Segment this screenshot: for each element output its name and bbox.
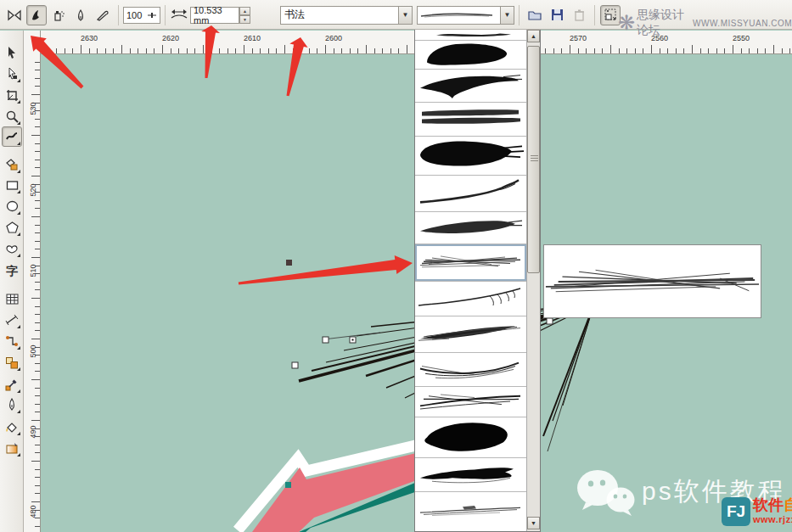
list-item-thin-stroke[interactable] (415, 30, 526, 41)
list-item-crossing-lines-stroke[interactable] (415, 387, 526, 418)
stroke-shape-dropdown[interactable]: ▼ (417, 6, 514, 25)
stroke-category-dropdown[interactable]: 书法 ▼ (280, 6, 413, 25)
scroll-up-icon[interactable]: ▲ (527, 30, 540, 42)
vertical-ruler: 530 520 510 500 490 480 (24, 31, 41, 532)
eyedropper-icon (5, 378, 19, 391)
list-item-swoosh-stroke[interactable] (415, 176, 526, 212)
stroke-width-icon (170, 8, 188, 23)
list-item-diamond-blob-stroke[interactable] (415, 417, 526, 458)
dimension-tool[interactable] (3, 311, 21, 329)
toolbox: 字 (0, 31, 24, 532)
category-value: 书法 (281, 8, 305, 22)
shape-node-icon (6, 67, 18, 81)
brush-stroke-icon (30, 8, 43, 22)
calligraphic-nib-icon (74, 8, 87, 22)
ruler-label: 480 (29, 503, 37, 520)
wechat-icon (574, 465, 635, 518)
connector-tool[interactable] (3, 332, 21, 350)
list-item-thick-taper-stroke[interactable] (415, 212, 526, 244)
ellipse-icon (6, 200, 19, 212)
connector-icon (5, 335, 19, 347)
sprayer-mode-button[interactable] (48, 5, 69, 25)
text-tool-glyph: 字 (6, 264, 18, 279)
list-item-sketch-line-stroke[interactable] (415, 492, 526, 531)
list-item-layered-stroke[interactable] (415, 316, 526, 353)
delete-button[interactable] (569, 5, 589, 25)
forum-name: 思缘设计论坛 (637, 8, 688, 38)
ruler-label: 500 (29, 343, 37, 360)
pick-cursor-icon (6, 46, 18, 59)
color-eyedropper-tool[interactable] (3, 375, 21, 394)
toolbar-separator (594, 5, 595, 25)
blend-tool[interactable] (3, 353, 21, 372)
preset-bowtie-icon (7, 9, 22, 21)
list-item-wing-stroke[interactable] (415, 70, 526, 103)
toolbar-separator (165, 5, 166, 25)
fill-tool[interactable] (3, 417, 21, 436)
save-button[interactable] (547, 5, 567, 25)
ruler-label: 2620 (162, 34, 179, 42)
magnifier-icon (6, 110, 19, 123)
site-logo-watermark: FJ 软件自学网 www.rjzxw.com (722, 497, 792, 526)
list-item-double-bar-stroke[interactable] (415, 103, 526, 137)
zoom-tool[interactable] (3, 107, 21, 126)
sprayer-icon (52, 8, 65, 22)
brush-mode-button[interactable] (26, 5, 47, 25)
scrollbar-thumb[interactable] (527, 46, 540, 273)
calligraphic-mode-button[interactable] (70, 5, 91, 25)
rectangle-tool[interactable] (3, 176, 21, 194)
crop-tool[interactable] (3, 86, 21, 104)
logo-url: www.rjzxw.com (753, 515, 792, 524)
pressure-pen-icon (95, 8, 110, 22)
stroke-preview-popup (543, 244, 761, 318)
interactive-fill-icon (5, 442, 19, 455)
stroke-width-spinner[interactable]: ▲ ▼ (239, 7, 250, 24)
preset-mode-button[interactable] (4, 5, 25, 25)
ruler-label: 2610 (244, 34, 261, 42)
basic-shapes-tool[interactable] (3, 239, 21, 258)
ellipse-tool[interactable] (3, 197, 21, 216)
slider-icon[interactable] (147, 10, 157, 20)
crop-icon (6, 89, 19, 102)
starburst-icon: ❋ (618, 11, 633, 35)
list-item-feathered-curve-stroke[interactable] (415, 282, 526, 316)
basic-shapes-icon (5, 243, 19, 255)
table-grid-icon (6, 294, 19, 305)
list-item-sweep-curves-stroke[interactable] (415, 353, 526, 387)
trash-icon (574, 8, 585, 21)
polygon-tool[interactable] (3, 218, 21, 237)
list-item-teardrop-stroke[interactable] (415, 137, 526, 176)
outline-pen-icon (6, 398, 18, 412)
toolbar-separator (519, 5, 520, 25)
browse-button[interactable] (525, 5, 545, 25)
artistic-media-tool[interactable] (2, 126, 22, 147)
freehand-smoothing-input[interactable]: 100 (123, 7, 160, 24)
pick-tool[interactable] (3, 43, 21, 62)
shape-tool[interactable] (3, 64, 21, 83)
forum-url: WWW.MISSYUAN.COM (693, 19, 792, 28)
ruler-label: 510 (29, 262, 37, 279)
scroll-down-icon[interactable]: ▼ (527, 517, 540, 529)
outline-pen-tool[interactable] (3, 395, 21, 414)
chevron-down-icon[interactable]: ▼ (398, 7, 412, 24)
dimension-icon (5, 314, 19, 326)
chevron-down-icon[interactable]: ▼ (500, 7, 514, 24)
blend-icon (5, 356, 19, 369)
smart-fill-tool[interactable] (3, 155, 21, 174)
smart-fill-icon (5, 158, 19, 171)
logo-name-2: 自学 (784, 496, 792, 513)
stroke-width-input[interactable]: 10.533 mm (190, 7, 239, 24)
table-tool[interactable] (3, 289, 21, 308)
spinner-down-icon[interactable]: ▼ (239, 15, 250, 24)
list-item-scratchy-lines-stroke[interactable] (415, 244, 526, 282)
text-tool[interactable]: 字 (3, 262, 21, 281)
list-item-fish-stroke[interactable] (415, 458, 526, 492)
list-scrollbar[interactable]: ▲ ▼ (526, 30, 540, 531)
spinner-up-icon[interactable]: ▲ (239, 7, 250, 15)
interactive-fill-tool[interactable] (3, 439, 21, 457)
smoothing-value: 100 (126, 10, 142, 20)
pressure-mode-button[interactable] (93, 5, 113, 25)
open-folder-icon (528, 9, 542, 21)
list-item-ink-blob-stroke[interactable] (415, 41, 526, 70)
toolbar-separator (118, 5, 119, 25)
